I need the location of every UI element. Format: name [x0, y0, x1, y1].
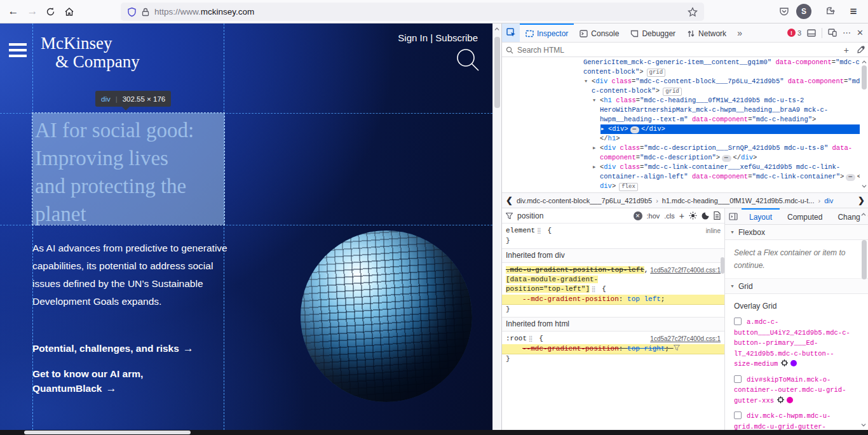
extensions-puzzle-icon[interactable]	[822, 3, 839, 20]
split-console-icon[interactable]	[807, 29, 816, 37]
rule-selector-line[interactable]: 1cd5a27c2f7c400d.css:1.mdc-u-gradient-po…	[502, 265, 724, 275]
shield-icon[interactable]	[127, 7, 137, 17]
collapsed-children-icon[interactable]: ⋯	[846, 174, 855, 181]
close-devtools-icon[interactable]: ✕	[857, 28, 864, 37]
more-tabs-chevron-icon[interactable]: »	[732, 23, 747, 42]
toggle-pseudo-classes[interactable]: :hov	[647, 212, 660, 220]
overlay-grid-item[interactable]: div.mck-c-hwpm.mdc-u-grid.mdc-u-grid-gut…	[725, 407, 860, 430]
horizontal-scrollbar-thumb[interactable]	[24, 431, 191, 434]
markup-node[interactable]: container--align-left" data-component="m…	[502, 172, 860, 182]
grid-highlight-target-icon[interactable]	[781, 359, 788, 366]
meatball-menu-icon[interactable]: ⋯	[843, 28, 851, 37]
search-html-bar[interactable]: Search HTML +	[502, 43, 868, 57]
toggle-classes[interactable]: .cls	[664, 212, 675, 220]
expand-twisty-icon[interactable]: ▼	[593, 96, 595, 105]
mckinsey-logo[interactable]: McKinsey & Company	[41, 34, 140, 71]
element-picker-icon[interactable]	[502, 23, 520, 42]
flexbox-section-header[interactable]: ▼ Flexbox	[725, 225, 868, 240]
grid-overlay-checkbox[interactable]	[734, 412, 742, 419]
pocket-icon[interactable]	[776, 3, 792, 20]
grid-color-swatch[interactable]	[787, 397, 793, 403]
filter-styles-input[interactable]: position	[517, 211, 629, 220]
sidebar-toggle-icon[interactable]	[725, 208, 742, 224]
error-count-badge[interactable]: ! 3	[787, 29, 801, 37]
site-menu-icon[interactable]	[9, 43, 27, 57]
create-node-icon[interactable]: +	[840, 45, 853, 55]
markup-node[interactable]: hwpm__heading--text-m" data-component="m…	[502, 115, 860, 124]
clear-filter-icon[interactable]: ✕	[634, 211, 642, 220]
dark-theme-moon-icon[interactable]	[702, 212, 709, 220]
eyedropper-icon[interactable]	[857, 46, 865, 54]
signin-subscribe-links[interactable]: Sign In | Subscribe	[398, 32, 478, 43]
tab-inspector[interactable]: Inspector	[520, 23, 574, 42]
markup-node[interactable]: ▼<h1 class="mdc-c-heading___0fM1W_421d9b…	[502, 96, 860, 105]
html-markup-tree[interactable]: GenericItem_mck-c-generic-item__content_…	[502, 58, 860, 192]
display-badge[interactable]: grid	[647, 69, 666, 77]
add-rule-icon[interactable]: +	[679, 211, 684, 221]
sidebar-tab-computed[interactable]: Computed	[780, 208, 830, 224]
responsive-design-icon[interactable]	[828, 29, 837, 37]
css-property[interactable]: --mdc-gradient-position: top left;	[502, 295, 724, 305]
tab-console[interactable]: Console	[574, 23, 625, 42]
rule-selector-line[interactable]: 1cd5a27c2f7c400d.css:1:root⣿ {	[502, 334, 724, 344]
tab-debugger[interactable]: Debugger	[625, 23, 681, 42]
markup-node[interactable]: ▶<div class="mdc-c-description___SrnQP_4…	[502, 144, 860, 153]
rules-scrollbar-thumb[interactable]	[721, 257, 724, 274]
reload-icon[interactable]	[42, 3, 58, 20]
markup-node[interactable]: div>flex	[502, 182, 860, 191]
expand-twisty-icon[interactable]: ▶	[593, 144, 595, 153]
back-icon[interactable]: ←	[5, 3, 22, 20]
overlay-grid-item[interactable]: a.mdc-c-button___U4iY2_421d9b5.mdc-c-but…	[725, 313, 860, 371]
hero-link-risks[interactable]: Potential, challenges, and risks→	[32, 341, 194, 356]
account-avatar[interactable]: S	[796, 4, 811, 19]
markup-node[interactable]: GenericItem_mck-c-generic-item__content_…	[502, 58, 860, 67]
markup-node[interactable]: HeroWithPartnershipMark_mck-c-hwpm__head…	[502, 105, 860, 115]
site-search-icon[interactable]	[455, 47, 480, 72]
lock-icon[interactable]	[142, 8, 149, 17]
breadcrumb-item[interactable]: div.mdc-c-content-block___7p6Lu_421d9b5	[517, 197, 652, 204]
markup-node[interactable]: ▶<div>⋯</div>	[502, 124, 860, 134]
page-scrollbar-thumb[interactable]	[494, 37, 500, 108]
rule-selector-line[interactable]: position="top-left"]⣿ {	[502, 284, 724, 295]
menu-hamburger-icon[interactable]: ≡	[845, 3, 862, 20]
grid-section-header[interactable]: ▼ Grid	[725, 279, 868, 294]
stylesheet-link[interactable]: 1cd5a27c2f7c400d.css:1	[650, 334, 721, 344]
rule-selector-line[interactable]: element⣿ {inline	[502, 226, 724, 236]
grid-overlay-checkbox[interactable]	[734, 318, 742, 325]
breadcrumb-item[interactable]: h1.mdc-c-heading___0fM1W_421d9b5.mdc-u-t…	[662, 197, 815, 204]
highlight-matches-icon[interactable]: ⣿	[592, 286, 596, 293]
breadcrumb-item[interactable]: div	[824, 197, 833, 204]
highlight-matches-icon[interactable]: ⣿	[529, 336, 533, 342]
markup-node[interactable]: content-block">grid	[502, 67, 860, 77]
markup-node[interactable]: </h1>	[502, 134, 860, 144]
grid-color-swatch[interactable]	[790, 360, 797, 366]
grid-highlight-target-icon[interactable]	[777, 396, 784, 403]
grid-overlay-checkbox[interactable]	[734, 375, 742, 383]
page-scrollbar[interactable]	[492, 23, 501, 430]
expand-twisty-icon[interactable]: ▶	[601, 124, 604, 134]
markup-node[interactable]: c-content-block">grid	[502, 86, 860, 96]
collapsed-children-icon[interactable]: ⋯	[722, 155, 731, 162]
markup-node[interactable]: ▶<div class="mdc-c-link-container___xefG…	[502, 163, 860, 172]
light-theme-sun-icon[interactable]	[689, 211, 697, 220]
display-badge[interactable]: grid	[663, 88, 682, 96]
sidebar-tab-layout[interactable]: Layout	[742, 208, 780, 224]
markup-node[interactable]: ▼<div class="mdc-c-content-block___7p6Lu…	[502, 77, 860, 86]
breadcrumb-scroll-right-icon[interactable]: ❯	[858, 196, 865, 205]
markup-node[interactable]: component="mdc-c-description">⋯</div>	[502, 153, 860, 163]
tab-network[interactable]: Network	[681, 23, 732, 42]
rule-selector-line[interactable]: [data-module-gradient-	[502, 275, 724, 284]
markup-scrollbar-thumb[interactable]	[862, 65, 867, 90]
url-bar[interactable]: https://www.mckinsey.com	[121, 3, 704, 21]
stylesheet-link[interactable]: 1cd5a27c2f7c400d.css:1	[650, 265, 721, 275]
display-badge[interactable]: flex	[619, 183, 638, 191]
layout-scrollbar-thumb[interactable]	[862, 240, 867, 279]
print-simulation-icon[interactable]	[714, 211, 721, 220]
home-icon[interactable]	[61, 3, 78, 20]
hero-link-quantumblack[interactable]: Get to know our AI arm, QuantumBlack→	[32, 366, 185, 396]
overlay-grid-item[interactable]: div#skipToMain.mck-o-container--outer.md…	[725, 371, 860, 408]
expand-twisty-icon[interactable]: ▼	[585, 77, 587, 86]
rules-list[interactable]: element⣿ {inline}Inherited from div1cd5a…	[502, 224, 724, 364]
bookmark-star-icon[interactable]	[688, 7, 698, 17]
breadcrumb-scroll-left-icon[interactable]: ❮	[506, 196, 513, 205]
